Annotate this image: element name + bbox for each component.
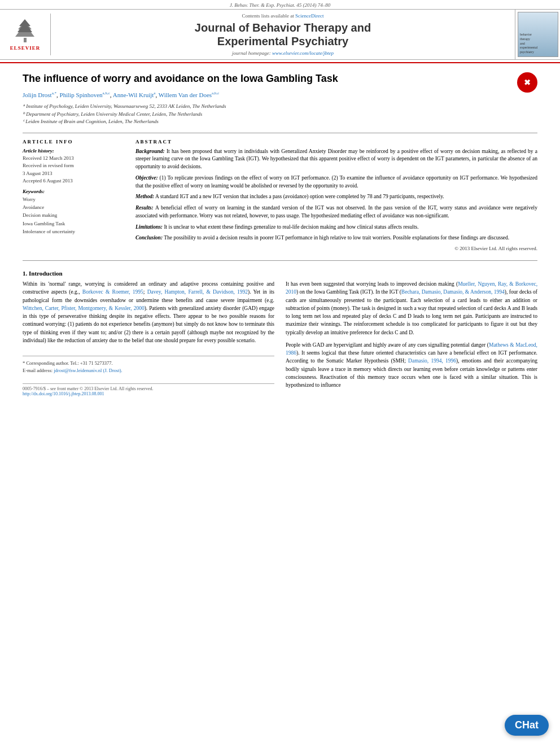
article-info-title: ARTICLE INFO	[23, 139, 124, 145]
article-info-abstract: ARTICLE INFO Article history: Received 1…	[23, 139, 537, 252]
background-text: It has been proposed that worry in indiv…	[135, 148, 537, 170]
footer-issn: 0005-7916/$ – see front matter © 2013 El…	[23, 386, 274, 391]
sciencedirect-bar: Contents lists available at ScienceDirec…	[51, 10, 515, 59]
ref-damasio[interactable]: Damasio, 1994, 1996	[408, 358, 456, 364]
keyword-avoidance: Avoidance	[23, 203, 124, 211]
homepage-url[interactable]: www.elsevier.com/locate/jbtep	[272, 50, 334, 56]
article-info: ARTICLE INFO Article history: Received 1…	[23, 139, 124, 252]
author-kruijt[interactable]: Anne-Wil Kruijta	[113, 91, 156, 98]
divider-2	[23, 260, 537, 261]
article-content: ✖ The influence of worry and avoidance o…	[0, 63, 560, 405]
doi-link[interactable]: http://dx.doi.org/10.1016/j.jbtep.2013.0…	[23, 391, 104, 396]
conclusion-label: Conclusion:	[135, 235, 163, 241]
abstract-title: ABSTRACT	[135, 139, 537, 145]
objective-label: Objective:	[135, 175, 158, 181]
footnote-email[interactable]: jdrost@fsw.leidenuniv.nl (J. Drost).	[54, 368, 122, 373]
keyword-intolerance: Intolerance of uncertainty	[23, 228, 124, 235]
cover-image-text: behaviortherapyandexperimentalpsychiatry	[520, 33, 556, 55]
journal-cover: behaviortherapyandexperimentalpsychiatry	[515, 10, 560, 59]
ref-mathews[interactable]: Mathews & MacLeod, 1986	[286, 342, 537, 356]
journal-homepage: journal homepage: www.elsevier.com/locat…	[232, 50, 334, 56]
author-spinhoven[interactable]: Philip Spinhovena,b,c	[60, 91, 110, 98]
crossmark-icon: ✖	[517, 72, 537, 93]
method-text: A standard IGT and a new IGT version tha…	[155, 194, 444, 199]
abstract-limitations: Limitations: It is unclear to what exten…	[135, 224, 537, 231]
ref-borkovec[interactable]: Borkovec & Roemer, 1995	[82, 289, 143, 295]
limitations-text: It is unclear to what extent these findi…	[164, 224, 418, 230]
elsevier-logo: ELSEVIER	[0, 14, 51, 55]
journal-header: J. Behav. Ther. & Exp. Psychiat. 45 (201…	[0, 0, 560, 63]
intro-col1: Within its 'normal' range, worrying is c…	[23, 280, 274, 396]
divider-1	[23, 133, 537, 133]
footnote-area: * Corresponding author. Tel.: +31 71 527…	[23, 356, 274, 374]
intro-col2-p2: People with GAD are hypervigilant and hi…	[286, 341, 537, 390]
article-title: The influence of worry and avoidance on …	[23, 72, 537, 85]
abstract-background: Background: It has been proposed that wo…	[135, 148, 537, 171]
sciencedirect-link[interactable]: ScienceDirect	[295, 13, 323, 19]
author-drost[interactable]: Jolijn Drosta,*	[23, 91, 56, 98]
crossmark: ✖	[517, 72, 537, 93]
ref-davey[interactable]: Davey, Hampton, Farrell, & Davidson, 199…	[147, 289, 248, 295]
keyword-igt: Iowa Gambling Task	[23, 220, 124, 228]
abstract-objective: Objective: (1) To replicate previous fin…	[135, 174, 537, 190]
cover-image: behaviortherapyandexperimentalpsychiatry	[518, 12, 558, 57]
section-number: 1. Introduction	[23, 270, 537, 277]
abstract-section: ABSTRACT Background: It has been propose…	[135, 139, 537, 252]
footer-bar: 0005-7916/$ – see front matter © 2013 El…	[23, 383, 274, 396]
limitations-label: Limitations:	[135, 224, 163, 230]
keyword-decision: Decision making	[23, 211, 124, 219]
history-title: Article history:	[23, 148, 124, 154]
intro-col2-p1: It has even been suggested that worrying…	[286, 280, 537, 337]
abstract-results: Results: A beneficial effect of worry on…	[135, 204, 537, 220]
footnote-corresponding: * Corresponding author. Tel.: +31 71 527…	[23, 360, 274, 374]
intro-section: 1. Introduction Within its 'normal' rang…	[23, 270, 537, 396]
keywords-title: Keywords:	[23, 189, 124, 194]
author-vanderdoes[interactable]: Willem Van der Doesa,b,c	[159, 91, 220, 98]
journal-ref: J. Behav. Ther. & Exp. Psychiat. 45 (201…	[0, 0, 560, 9]
received-date: Received 12 March 2013	[23, 155, 124, 163]
intro-col2: It has even been suggested that worrying…	[286, 280, 537, 396]
results-label: Results:	[135, 205, 154, 211]
revised-date: 3 August 2013	[23, 170, 124, 178]
ref-bechara[interactable]: Bechara, Damasio, Damasio, & Anderson, 1…	[401, 289, 505, 295]
authors: Jolijn Drosta,*, Philip Spinhovena,b,c, …	[23, 91, 537, 98]
intro-col1-p1: Within its 'normal' range, worrying is c…	[23, 280, 274, 344]
accepted-date: Accepted 6 August 2013	[23, 177, 124, 185]
footer-doi: http://dx.doi.org/10.1016/j.jbtep.2013.0…	[23, 391, 274, 396]
keyword-worry: Worry	[23, 195, 124, 203]
contents-line: Contents lists available at ScienceDirec…	[242, 13, 324, 19]
journal-title-area: ELSEVIER Contents lists available at Sci…	[0, 9, 560, 60]
abstract-conclusion: Conclusion: The possibility to avoid a d…	[135, 234, 537, 242]
article-title-section: ✖ The influence of worry and avoidance o…	[23, 72, 537, 85]
svg-marker-2	[18, 19, 32, 32]
affiliations: ᵃ Institute of Psychology, Leiden Univer…	[23, 103, 537, 126]
elsevier-label: ELSEVIER	[10, 45, 41, 51]
ref-wittchen[interactable]: Wittchen, Carter, Pfister, Montgomery, &…	[23, 305, 145, 311]
background-label: Background:	[135, 148, 165, 154]
method-label: Method:	[135, 194, 154, 199]
svg-rect-0	[24, 38, 27, 42]
affiliation-b: ᵇ Department of Psychiatry, Leiden Unive…	[23, 111, 537, 119]
chat-button[interactable]: CHat	[505, 715, 549, 736]
elsevier-tree-icon	[10, 18, 41, 43]
affiliation-c: ᶜ Leiden Institute of Brain and Cognitio…	[23, 118, 537, 126]
results-text: A beneficial effect of worry on learning…	[135, 205, 537, 219]
conclusion-text: The possibility to avoid a decision resu…	[164, 235, 509, 241]
received-revised-label: Received in revised form	[23, 162, 124, 170]
abstract-method: Method: A standard IGT and a new IGT ver…	[135, 193, 537, 201]
objective-text: (1) To replicate previous findings on th…	[135, 175, 537, 189]
copyright: © 2013 Elsevier Ltd. All rights reserved…	[135, 246, 537, 251]
intro-body: Within its 'normal' range, worrying is c…	[23, 280, 537, 396]
journal-main-title: Journal of Behavior Therapy and Experime…	[195, 21, 371, 48]
affiliation-a: ᵃ Institute of Psychology, Leiden Univer…	[23, 103, 537, 111]
